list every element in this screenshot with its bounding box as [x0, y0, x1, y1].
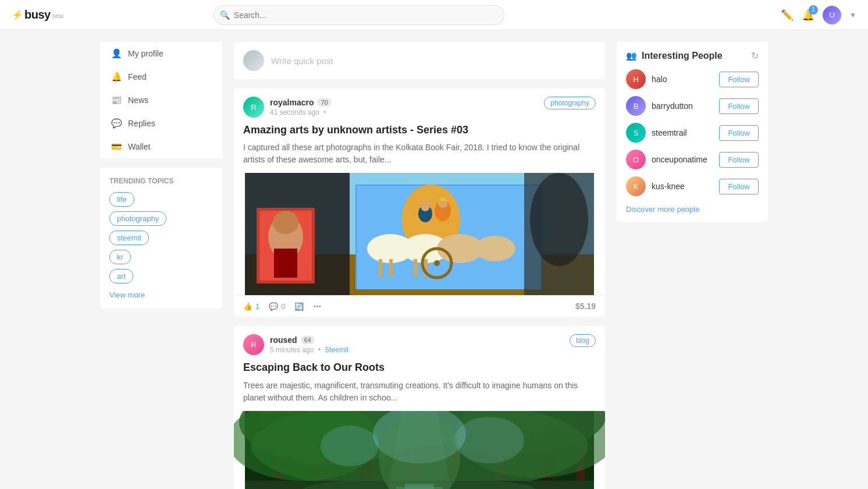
post-1-image[interactable] [234, 173, 605, 295]
post-2-image[interactable] [234, 411, 605, 489]
sidebar-item-my-profile[interactable]: 👤 My profile [100, 42, 222, 65]
layout: 👤 My profile 🔔 Feed 📰 News 💬 Replies 💳 W… [91, 30, 777, 489]
onceuponatime-name[interactable]: onceuponatime [652, 155, 713, 164]
post-1-art-svg [234, 173, 605, 295]
sidebar-item-wallet[interactable]: 💳 Wallet [100, 135, 222, 158]
edit-icon[interactable]: ✏️ [781, 9, 794, 22]
user-avatar[interactable]: U [823, 6, 841, 24]
sidebar-item-label: Replies [128, 119, 155, 128]
person-row-kus-knee: K kus-knee Follow [626, 176, 759, 196]
like-count: 1 [255, 302, 259, 311]
svg-point-22 [421, 201, 430, 211]
discover-more-link[interactable]: Discover more people [626, 205, 699, 214]
logo-lightning-icon: ⚡ [12, 9, 23, 20]
barrydutton-name[interactable]: barrydutton [652, 101, 713, 111]
post-1-title[interactable]: Amazing arts by unknown artists - Series… [234, 123, 605, 141]
trending-title: Trending topics [109, 177, 213, 185]
search-input[interactable] [214, 5, 504, 25]
post-1-avatar[interactable]: R [243, 97, 264, 118]
tag-life[interactable]: life [109, 192, 134, 207]
post-1-author-name[interactable]: royalmacro [270, 98, 314, 107]
post-2-excerpt: Trees are majestic, magnificent, transmu… [234, 380, 605, 411]
refresh-icon[interactable]: ↻ [751, 50, 759, 61]
user-dropdown-icon[interactable]: ▼ [849, 11, 856, 19]
svg-rect-15 [379, 259, 382, 277]
person-row-steemtrail: S steemtrail Follow [626, 123, 759, 143]
post-1-author-info: R royalmacro 70 41 seconds ago • [243, 97, 332, 118]
svg-point-14 [475, 236, 515, 261]
follow-halo-button[interactable]: Follow [719, 72, 759, 87]
post-2-author-row: roused 64 [270, 335, 348, 345]
post-1-value: $5.19 [575, 302, 596, 311]
tag-steemit[interactable]: steemit [109, 231, 149, 245]
quick-post-input[interactable]: Write quick post [271, 56, 596, 66]
replies-icon: 💬 [111, 118, 122, 129]
svg-rect-7 [274, 249, 297, 278]
follow-kus-knee-button[interactable]: Follow [719, 179, 759, 194]
view-more-link[interactable]: View more [109, 290, 145, 299]
steemtrail-name[interactable]: steemtrail [652, 128, 713, 137]
tag-art[interactable]: art [109, 269, 133, 284]
sidebar-item-label: News [128, 95, 148, 105]
sidebar-item-feed[interactable]: 🔔 Feed [100, 65, 222, 88]
steemtrail-avatar[interactable]: S [626, 123, 646, 143]
follow-steemtrail-button[interactable]: Follow [719, 125, 759, 141]
main-feed: Write quick post R royalmacro 70 41 seco… [234, 42, 605, 489]
svg-point-6 [273, 211, 298, 234]
comment-button[interactable]: 💬 0 [269, 302, 285, 311]
post-2-title[interactable]: Escaping Back to Our Roots [234, 361, 605, 379]
like-button[interactable]: 👍 1 [243, 302, 259, 311]
tag-photography[interactable]: photography [109, 211, 166, 226]
header-actions: ✏️ 🔔 1 U ▼ [781, 6, 856, 24]
onceuponatime-avatar[interactable]: O [626, 150, 646, 169]
halo-name[interactable]: halo [652, 75, 713, 84]
post-1-tag-badge[interactable]: photography [544, 97, 596, 109]
person-row-halo: H halo Follow [626, 69, 759, 89]
person-row-barrydutton: B barrydutton Follow [626, 96, 759, 116]
people-icon: 👥 [626, 51, 637, 61]
post-2-author-name[interactable]: roused [270, 335, 297, 345]
profile-icon: 👤 [111, 48, 122, 59]
kus-knee-avatar[interactable]: K [626, 176, 646, 196]
sidebar-item-label: Feed [128, 72, 147, 82]
post-1-meta: royalmacro 70 41 seconds ago • [270, 98, 332, 116]
logo-beta-label: beta [52, 13, 63, 19]
ellipsis-icon: ••• [313, 302, 321, 311]
post-1-time: 41 seconds ago • [270, 108, 332, 116]
more-button[interactable]: ••• [313, 302, 321, 311]
quick-post-avatar [243, 50, 264, 71]
comment-count: 0 [281, 302, 285, 311]
share-button[interactable]: 🔄 [294, 302, 304, 311]
post-2-time: 5 minutes ago • Steemit [270, 346, 348, 354]
svg-rect-52 [405, 484, 434, 489]
sidebar-item-label: Wallet [128, 142, 150, 151]
barrydutton-avatar[interactable]: B [626, 96, 646, 116]
ip-title: 👥 Interesting People [626, 51, 723, 61]
sidebar-item-replies[interactable]: 💬 Replies [100, 112, 222, 135]
post-1-rep: 70 [317, 98, 331, 107]
follow-barrydutton-button[interactable]: Follow [719, 98, 759, 114]
svg-rect-16 [389, 259, 393, 277]
sidebar-item-label: My profile [128, 49, 163, 58]
logo-text: busy [24, 8, 51, 22]
post-2-source[interactable]: Steemit [325, 346, 348, 354]
tag-list: life photography steemit kr art [109, 192, 213, 284]
post-2-forest-svg [234, 411, 605, 489]
tag-kr[interactable]: kr [109, 250, 131, 264]
logo[interactable]: ⚡ busy beta [12, 8, 63, 22]
post-2-tag-badge[interactable]: blog [570, 334, 596, 347]
sidebar-nav: 👤 My profile 🔔 Feed 📰 News 💬 Replies 💳 W… [100, 42, 222, 158]
svg-point-45 [321, 426, 379, 466]
post-1-author-row: royalmacro 70 [270, 98, 332, 107]
sidebar-item-news[interactable]: 📰 News [100, 88, 222, 112]
notification-icon[interactable]: 🔔 1 [802, 9, 814, 22]
kus-knee-name[interactable]: kus-knee [652, 182, 713, 191]
halo-avatar[interactable]: H [626, 69, 646, 89]
post-card-2: R roused 64 5 minutes ago • Steemit blo [234, 326, 605, 489]
follow-onceuponatime-button[interactable]: Follow [719, 152, 759, 168]
feed-icon: 🔔 [111, 72, 122, 82]
svg-rect-17 [414, 259, 417, 277]
interesting-people-card: 👥 Interesting People ↻ H halo Follow B b… [617, 42, 768, 222]
share-icon: 🔄 [294, 302, 304, 311]
post-2-avatar[interactable]: R [243, 334, 264, 355]
